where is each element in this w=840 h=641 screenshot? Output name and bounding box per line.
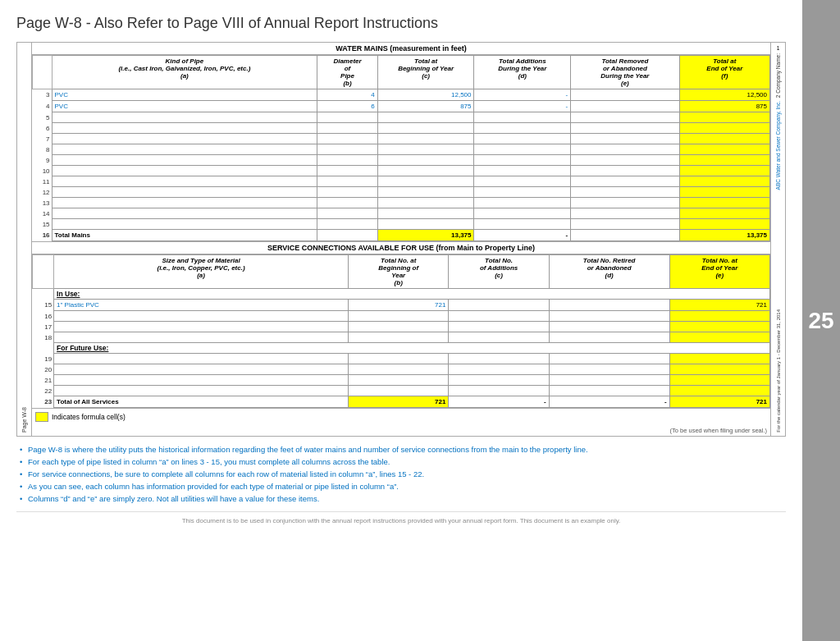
total-services-row: 23 Total of All Services 721 - - 721 [33,396,770,408]
table-row: 22 [33,386,770,396]
legend-label: Indicates formula cell(s) [52,413,126,421]
table-row: 18 [33,332,770,343]
table-row: 3 PVC 4 12,500 - 12,500 [33,89,770,101]
table-row: 10 [33,166,770,176]
sidebar-number: 1 [776,44,781,52]
table-row: 5 [33,112,770,123]
table-row: 20 [33,364,770,375]
bullet-item-2: For each type of pipe listed in column “… [16,456,786,468]
sc-col-beginning: Total No. atBeginning ofYear [351,257,445,279]
col-removed: Total Removedor AbandonedDuring the Year [573,57,676,80]
service-connections-table: Size and Type of Material (i.e., Iron, C… [32,254,770,408]
table-row: 15 [33,219,770,230]
bullet-section: Page W-8 is where the utility puts the h… [16,437,786,508]
col-kind-sub: (i.e., Cast Iron, Galvanized, Iron, PVC,… [55,65,315,72]
table-row: 21 [33,375,770,386]
bullet-item-1: Page W-8 is where the utility puts the h… [16,443,786,456]
sc-col-retired: Total No. Retiredor Abandoned [552,257,667,272]
main-content: Page W-8 - Also Refer to Page VIII of An… [0,0,802,641]
page-number-panel: 25 [802,0,840,641]
col-additions: Total AdditionsDuring the Year [477,57,568,72]
sidebar-calendar-year: For the calendar year of January 1 - Dec… [776,308,781,434]
page-w8-label: Page W-8 [21,407,27,433]
service-connections-header: SERVICE CONNECTIONS AVAILABLE FOR USE (f… [32,241,770,254]
table-row: 4 PVC 6 875 - 875 [33,101,770,112]
sc-col-material: Size and Type of Material [57,257,345,264]
table-row: 15 1" Plastic PVC 721 721 [33,300,770,311]
sidebar-company-label: 2 Company Name: [775,52,781,99]
page-title: Page W-8 - Also Refer to Page VIII of An… [16,15,786,32]
legend-color-box [35,412,48,422]
bullet-item-5: Columns “d” and “e” are simply zero. Not… [16,492,786,505]
table-row: 12 [33,187,770,198]
water-mains-header: WATER MAINS (measurement in feet) [32,43,770,55]
sc-col-additions: Total No.of Additions [451,257,546,272]
table-row: 9 [33,155,770,166]
table-row: 19 [33,354,770,364]
table-row: 13 [33,198,770,208]
bullet-item-4: As you can see, each column has informat… [16,480,786,492]
table-row: 7 [33,134,770,144]
table-row: 16 [33,311,770,322]
water-mains-table: Kind of Pipe (i.e., Cast Iron, Galvanize… [32,55,770,241]
col-kind-of-pipe: Kind of Pipe [55,57,315,65]
sc-col-end: Total No. atEnd of Year [673,257,767,272]
bullet-item-3: For service connections, be sure to comp… [16,468,786,480]
col-diameter: DiameterofPipe [320,57,375,80]
page-number: 25 [808,308,833,334]
in-use-label-row: In Use: [33,289,770,300]
footer-text: This document is to be used in conjuncti… [16,511,786,524]
col-end-year: Total atEnd of Year [682,57,767,72]
table-row: 14 [33,208,770,219]
future-use-label-row: For Future Use: [33,343,770,354]
table-row: 17 [33,322,770,332]
legend-row: Indicates formula cell(s) [32,408,770,425]
sidebar-company-name: ABC Water and Sewer Company, Inc. [775,99,781,191]
table-row: 6 [33,123,770,134]
seal-note: (To be used when filing under seal.) [32,425,770,436]
col-beginning-year: Total atBeginning of Year [381,57,472,72]
total-mains-row: 16 Total Mains 13,375 - 13,375 [33,230,770,241]
table-row: 8 [33,144,770,155]
table-row: 11 [33,176,770,187]
